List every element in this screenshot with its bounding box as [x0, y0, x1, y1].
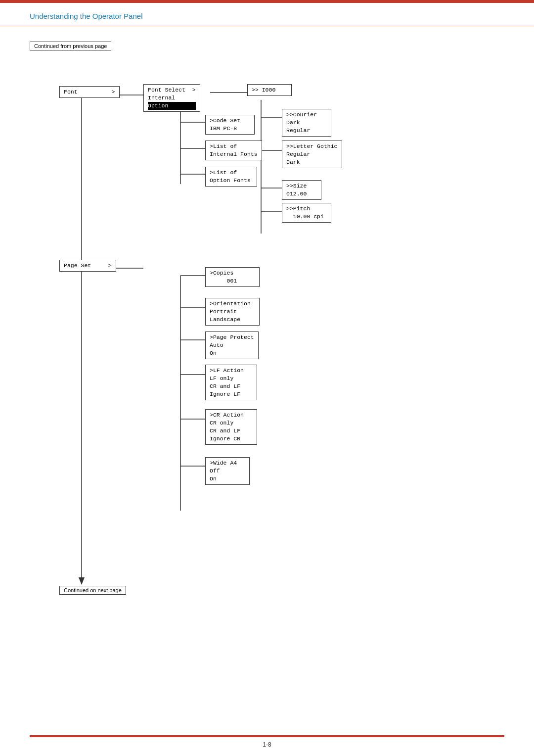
font-select-box: Font Select >InternalOption [143, 84, 200, 112]
continued-next-label: Continued on next page [59, 586, 126, 595]
list-option-box: >List ofOption Fonts [205, 167, 257, 187]
lf-action-box: >LF ActionLF onlyCR and LFIgnore LF [205, 365, 257, 400]
orientation-box: >OrientationPortraitLandscape [205, 298, 260, 326]
wide-a4-box: >Wide A4OffOn [205, 457, 250, 485]
letter-gothic-box: >>Letter GothicRegularDark [282, 141, 342, 168]
diagram: Font > Font Select >InternalOption >Code… [30, 65, 504, 610]
cr-action-box: >CR ActionCR onlyCR and LFIgnore CR [205, 409, 257, 445]
svg-marker-1 [79, 577, 85, 585]
font-box: Font > [59, 86, 120, 98]
page-title: Understanding the Operator Panel [30, 12, 142, 20]
code-set-box: >Code SetIBM PC-8 [205, 115, 255, 135]
footer: 1-8 [0, 735, 534, 756]
continued-from-label: Continued from previous page [30, 42, 111, 50]
header: Understanding the Operator Panel [0, 3, 534, 26]
copies-box: >Copies 001 [205, 267, 260, 287]
size-box: >>Size012.00 [282, 180, 321, 200]
i000-box: >> I000 [247, 84, 292, 96]
content: Continued from previous page [0, 26, 534, 624]
page-protect-box: >Page ProtectAutoOn [205, 331, 259, 359]
page-set-box: Page Set > [59, 260, 116, 272]
list-internal-box: >List ofInternal Fonts [205, 141, 262, 160]
page-number: 1-8 [0, 737, 534, 756]
pitch-box: >>Pitch 10.00 cpi [282, 203, 331, 223]
courier-box: >>CourierDarkRegular [282, 109, 331, 137]
